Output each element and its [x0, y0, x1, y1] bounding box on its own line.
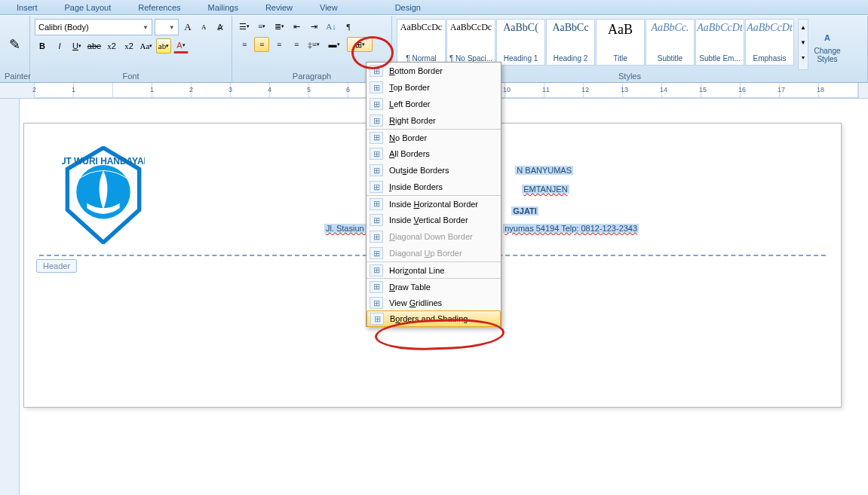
border-menu-item[interactable]: ⊞Horizontal Line: [367, 261, 501, 278]
font-color-button[interactable]: A▾: [173, 38, 189, 53]
style-card[interactable]: AaBbCc.Subtitle: [646, 19, 695, 66]
style-card[interactable]: AaBbCcDtEmphasis: [745, 19, 794, 66]
show-marks-button[interactable]: ¶: [341, 19, 356, 34]
border-menu-label: Outside Borders: [389, 166, 449, 175]
border-menu-label: Left Border: [389, 99, 430, 108]
justify-button[interactable]: ≡: [289, 37, 304, 52]
border-icon: ⊞: [370, 148, 383, 160]
ruler-tick: 14: [662, 83, 701, 97]
border-menu-item[interactable]: ⊞Right Border: [367, 112, 501, 129]
gallery-more-button[interactable]: ▾: [799, 50, 808, 65]
font-name-value: Calibri (Body): [38, 23, 89, 32]
border-menu-item[interactable]: ⊞Outside Borders: [367, 162, 501, 179]
ruler-tick: 5: [309, 83, 348, 97]
border-menu-item[interactable]: ⊞Draw Table: [367, 278, 501, 295]
style-name: Subtle Em...: [699, 54, 740, 63]
border-menu-item[interactable]: ⊞Inside Horizontal Border: [367, 195, 501, 212]
header-tag[interactable]: Header: [36, 259, 77, 273]
border-menu-item[interactable]: ⊞Inside Borders: [367, 179, 501, 195]
shading-button[interactable]: ▬▾: [324, 37, 345, 52]
style-preview: AaB: [608, 22, 633, 38]
highlight-button[interactable]: ab▾: [156, 38, 171, 53]
underline-button[interactable]: U▾: [69, 38, 84, 53]
menu-mailings[interactable]: Mailings: [195, 2, 252, 14]
border-icon: ⊞: [370, 198, 383, 210]
increase-indent-button[interactable]: ⇥: [306, 19, 321, 34]
format-painter-icon[interactable]: ✎: [5, 31, 26, 58]
border-menu-item[interactable]: ⊞Borders and Shading...: [367, 310, 501, 327]
style-name: Heading 2: [554, 54, 588, 63]
bullets-button[interactable]: ☰▾: [237, 19, 252, 34]
border-icon: ⊞: [370, 231, 383, 243]
border-menu-label: Diagonal Up Border: [389, 249, 462, 258]
style-card[interactable]: AaBbCcDc¶ Normal: [397, 19, 446, 66]
style-name: Subtitle: [658, 54, 682, 63]
style-card[interactable]: AaBbC(Heading 1: [496, 19, 545, 66]
font-size-combo[interactable]: ▼: [155, 19, 179, 35]
border-menu-label: Inside Borders: [389, 182, 443, 191]
numbering-button[interactable]: ≡▾: [254, 19, 269, 34]
menu-view[interactable]: View: [306, 2, 351, 14]
ruler-tick: 1: [74, 83, 113, 97]
ruler-tick: 4: [270, 83, 309, 97]
border-icon: ⊞: [370, 297, 383, 309]
border-icon: ⊞: [370, 247, 383, 259]
menu-references[interactable]: References: [124, 2, 194, 14]
border-menu-label: Inside Horizontal Border: [389, 200, 478, 209]
style-card[interactable]: AaBTitle: [596, 19, 645, 66]
border-menu-label: Borders and Shading...: [390, 314, 475, 323]
menu-design[interactable]: Design: [382, 2, 434, 14]
decrease-indent-button[interactable]: ⇤: [289, 19, 304, 34]
font-name-combo[interactable]: Calibri (Body)▼: [35, 19, 152, 35]
border-icon: ⊞: [370, 81, 383, 93]
gallery-down-button[interactable]: ▼: [799, 35, 808, 50]
change-case-button[interactable]: Aa▾: [139, 38, 154, 53]
font-group-label: Font: [35, 70, 227, 82]
clear-formatting-button[interactable]: A̷: [213, 20, 227, 35]
shrink-font-button[interactable]: A: [197, 20, 210, 35]
border-menu-item: ⊞Diagonal Up Border: [367, 245, 501, 261]
menu-review[interactable]: Review: [252, 2, 306, 14]
align-right-button[interactable]: ≡: [271, 37, 287, 52]
menu-bar: Insert Page Layout References Mailings R…: [0, 0, 868, 15]
sort-button[interactable]: A↓: [324, 19, 339, 34]
border-menu-item[interactable]: ⊞Bottom Border: [367, 63, 501, 79]
menu-insert[interactable]: Insert: [3, 2, 51, 14]
border-menu-label: View Gridlines: [389, 298, 442, 307]
ruler-tick: 13: [623, 83, 662, 97]
painter-label: Painter: [5, 70, 25, 82]
ruler-tick: 18: [819, 83, 858, 97]
vertical-ruler[interactable]: [0, 99, 20, 495]
border-menu-item[interactable]: ⊞All Borders: [367, 145, 501, 162]
line-spacing-button[interactable]: ‡≡▾: [306, 37, 321, 52]
style-preview: AaBbCcDt: [747, 22, 793, 34]
styles-gallery[interactable]: AaBbCcDc¶ NormalAaBbCcDc¶ No Spaci...AaB…: [397, 19, 795, 66]
border-menu-item[interactable]: ⊞Top Border: [367, 79, 501, 96]
style-preview: AaBbCcDc: [400, 22, 442, 33]
change-styles-button[interactable]: A Change Styles: [811, 19, 843, 70]
style-card[interactable]: AaBbCcHeading 2: [546, 19, 595, 66]
border-menu-item[interactable]: ⊞View Gridlines: [367, 295, 501, 311]
bold-button[interactable]: B: [35, 38, 50, 53]
style-preview: AaBbCcDt: [697, 22, 743, 34]
multilevel-button[interactable]: ≣▾: [271, 19, 287, 34]
border-menu-item[interactable]: ⊞Left Border: [367, 96, 501, 112]
border-menu-item[interactable]: ⊞No Border: [367, 129, 501, 145]
menu-page-layout[interactable]: Page Layout: [51, 2, 125, 14]
style-card[interactable]: AaBbCcDtSubtle Em...: [695, 19, 744, 66]
borders-button[interactable]: ⊞▾: [347, 37, 373, 52]
style-card[interactable]: AaBbCcDc¶ No Spaci...: [446, 19, 495, 66]
subscript-button[interactable]: x2: [104, 38, 119, 53]
ruler-tick: 10: [505, 83, 544, 97]
border-menu-item[interactable]: ⊞Inside Vertical Border: [367, 212, 501, 228]
style-name: Emphasis: [753, 54, 787, 63]
superscript-button[interactable]: x2: [121, 38, 136, 53]
align-left-button[interactable]: ≡: [237, 37, 252, 52]
italic-button[interactable]: I: [52, 38, 67, 53]
border-icon: ⊞: [370, 313, 384, 325]
strike-button[interactable]: abe: [87, 38, 102, 53]
logo-icon: TUT WURI HANDAYANI: [62, 146, 145, 244]
align-center-button[interactable]: ≡: [254, 37, 269, 52]
gallery-up-button[interactable]: ▲: [799, 20, 808, 35]
grow-font-button[interactable]: A: [181, 20, 195, 35]
